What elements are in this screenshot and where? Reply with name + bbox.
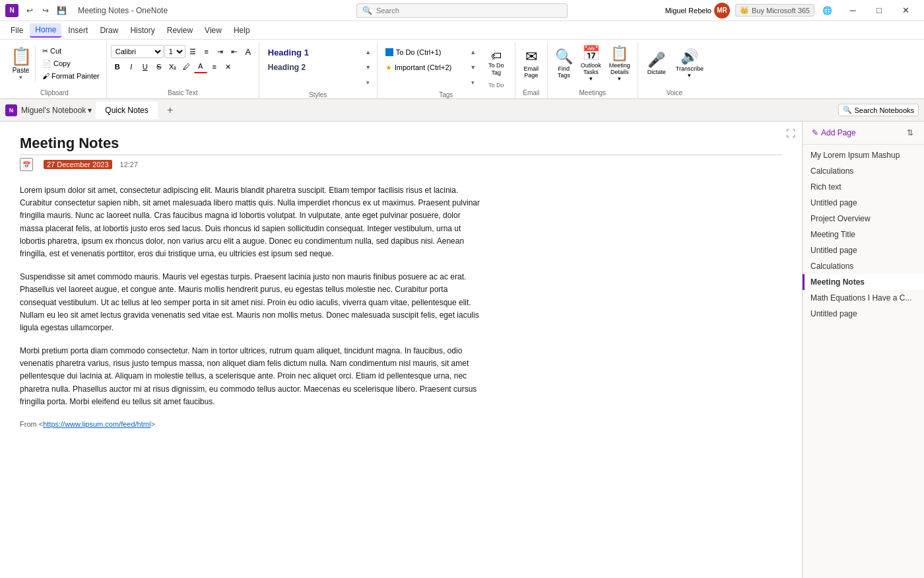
todo-tag[interactable]: To Do (Ctrl+1) xyxy=(381,45,467,59)
page-item-4[interactable]: Project Overview xyxy=(803,211,924,227)
buy-microsoft-button[interactable]: 👑 Buy Microsoft 365 xyxy=(735,4,814,17)
add-tab-button[interactable]: + xyxy=(162,102,179,119)
tags-arrows: ▲ ▼ ▾ xyxy=(469,45,478,90)
page-item-7[interactable]: Calculations xyxy=(803,258,924,274)
star-icon: ★ xyxy=(385,63,392,72)
paste-dropdown: ▾ xyxy=(19,74,22,81)
important-label: Important (Ctrl+2) xyxy=(395,63,452,71)
outlook-tasks-button[interactable]: 📅 OutlookTasks ▾ xyxy=(578,45,605,82)
email-icon: ✉ xyxy=(525,48,537,65)
menu-draw[interactable]: Draw xyxy=(94,24,123,37)
page-item-1[interactable]: Calculations xyxy=(803,163,924,179)
redo-button[interactable]: ↪ xyxy=(38,3,53,18)
menu-bar: File Home Insert Draw History Review Vie… xyxy=(0,21,924,40)
todo-label: To Do (Ctrl+1) xyxy=(396,48,442,56)
copy-button[interactable]: 📄 Copy xyxy=(40,57,102,69)
onenote-logo: N xyxy=(5,4,18,17)
page-item-2[interactable]: Rich text xyxy=(803,179,924,195)
underline-button[interactable]: U xyxy=(139,60,152,73)
tags-down-arrow[interactable]: ▼ xyxy=(469,60,478,75)
find-tags-meeting-button[interactable]: 🔍 FindTags xyxy=(552,45,576,82)
outlook-tasks-icon: 📅 xyxy=(582,45,600,62)
list-number-button[interactable]: ≡ xyxy=(200,45,213,58)
autosave-button[interactable]: 💾 xyxy=(54,3,69,18)
align-button[interactable]: ≡ xyxy=(208,60,221,73)
search-input[interactable] xyxy=(376,7,562,15)
search-notebooks-button[interactable]: 🔍 Search Notebooks xyxy=(838,104,919,116)
meeting-details-button[interactable]: 📋 MeetingDetails ▾ xyxy=(606,45,634,82)
dictate-button[interactable]: 🎤 Dictate xyxy=(642,45,671,82)
user-avatar[interactable]: MR xyxy=(714,3,730,18)
clipboard-label: Clipboard xyxy=(7,88,102,98)
important-tag[interactable]: ★ Important (Ctrl+2) xyxy=(381,60,467,75)
meetings-group: 🔍 FindTags 📅 OutlookTasks ▾ 📋 MeetingDet… xyxy=(548,42,638,98)
find-tags-button[interactable]: 🏷 To DoTag xyxy=(482,48,511,79)
page-item-5[interactable]: Meeting Title xyxy=(803,227,924,242)
calendar-icon[interactable]: 📅 xyxy=(20,158,33,171)
tags-expand[interactable]: ▾ xyxy=(469,75,478,90)
undo-button[interactable]: ↩ xyxy=(22,3,37,18)
notebook-name[interactable]: Miguel's Notebook ▾ xyxy=(21,106,92,115)
font-color-button[interactable]: A xyxy=(194,60,207,73)
styles-up-arrow[interactable]: ▲ xyxy=(364,45,373,59)
styles-down-arrow[interactable]: ▼ xyxy=(364,60,373,75)
page-item-8[interactable]: Meeting Notes xyxy=(803,274,924,290)
menu-history[interactable]: History xyxy=(125,24,160,37)
meeting-details-dropdown: ▾ xyxy=(618,75,621,82)
meeting-details-icon: 📋 xyxy=(610,45,628,62)
font-size-selector[interactable]: 10 xyxy=(164,45,185,58)
list-bullet-button[interactable]: ☰ xyxy=(186,45,199,58)
email-group: ✉ EmailPage Email xyxy=(515,42,548,98)
cut-button[interactable]: ✂ Cut xyxy=(40,45,102,57)
window-controls: ↩ ↪ 💾 xyxy=(22,3,69,18)
highlight-button[interactable]: 🖊 xyxy=(180,60,193,73)
page-item-0[interactable]: My Lorem Ipsum Mashup xyxy=(803,147,924,163)
tags-group: To Do (Ctrl+1) ★ Important (Ctrl+2) ▲ ▼ … xyxy=(378,42,515,98)
menu-view[interactable]: View xyxy=(199,24,227,37)
paste-button[interactable]: 📋 Paste ▾ xyxy=(7,45,36,82)
source-url[interactable]: https://www.lipsum.com/feed/html xyxy=(43,420,150,428)
indent-decrease-button[interactable]: ⇤ xyxy=(228,45,241,58)
indent-increase-button[interactable]: ⇥ xyxy=(214,45,227,58)
heading2-label: Heading 2 xyxy=(268,63,306,72)
format-row-2: B I U S X₂ 🖊 A ≡ ✕ xyxy=(111,60,235,73)
heading1-style[interactable]: Heading 1 xyxy=(263,45,362,59)
page-item-9[interactable]: Math Equations I Have a C... xyxy=(803,290,924,306)
search-notebooks-icon: 🔍 xyxy=(843,106,852,114)
quick-notes-tab[interactable]: Quick Notes xyxy=(96,102,157,119)
menu-home[interactable]: Home xyxy=(30,23,61,38)
page-item-6[interactable]: Untitled page xyxy=(803,242,924,258)
add-page-button[interactable]: ✎ Add Page xyxy=(809,127,859,139)
cut-icon: ✂ xyxy=(42,47,48,55)
heading2-style[interactable]: Heading 2 xyxy=(263,60,362,75)
close-button[interactable]: ✕ xyxy=(892,1,919,20)
format-painter-button[interactable]: 🖌 Format Painter xyxy=(40,70,102,82)
globe-button[interactable]: 🌐 xyxy=(820,3,834,18)
minimize-button[interactable]: ─ xyxy=(840,1,866,20)
page-item-10[interactable]: Untitled page xyxy=(803,306,924,322)
tags-group-label: Tags xyxy=(381,90,511,100)
maximize-button[interactable]: □ xyxy=(866,1,892,20)
font-selector[interactable]: Calibri xyxy=(111,45,164,58)
page-title[interactable]: Meeting Notes xyxy=(20,135,782,155)
tags-up-arrow[interactable]: ▲ xyxy=(469,45,478,59)
sort-pages-button[interactable]: ⇅ xyxy=(903,126,917,140)
menu-help[interactable]: Help xyxy=(228,24,255,37)
bold-button[interactable]: B xyxy=(111,60,124,73)
menu-file[interactable]: File xyxy=(5,24,28,37)
menu-insert[interactable]: Insert xyxy=(63,24,93,37)
email-page-button[interactable]: ✉ EmailPage xyxy=(519,45,543,82)
page-item-3[interactable]: Untitled page xyxy=(803,195,924,211)
italic-button[interactable]: I xyxy=(125,60,138,73)
strikethrough-button[interactable]: S xyxy=(152,60,166,73)
paragraph-3: Morbi pretium porta diam commodo consect… xyxy=(20,345,482,408)
styles-expand-arrow[interactable]: ▾ xyxy=(364,75,373,90)
meetings-group-label: Meetings xyxy=(552,88,634,98)
subscript-button[interactable]: X₂ xyxy=(166,60,180,73)
clear-format-button[interactable]: A xyxy=(242,45,255,58)
eraser-button[interactable]: ✕ xyxy=(222,60,235,73)
expand-view-button[interactable]: ⛶ xyxy=(786,128,795,139)
menu-review[interactable]: Review xyxy=(162,24,198,37)
title-bar-search-box[interactable]: 🔍 xyxy=(356,3,568,18)
transcribe-button[interactable]: 🔊 Transcribe ▾ xyxy=(673,45,707,82)
